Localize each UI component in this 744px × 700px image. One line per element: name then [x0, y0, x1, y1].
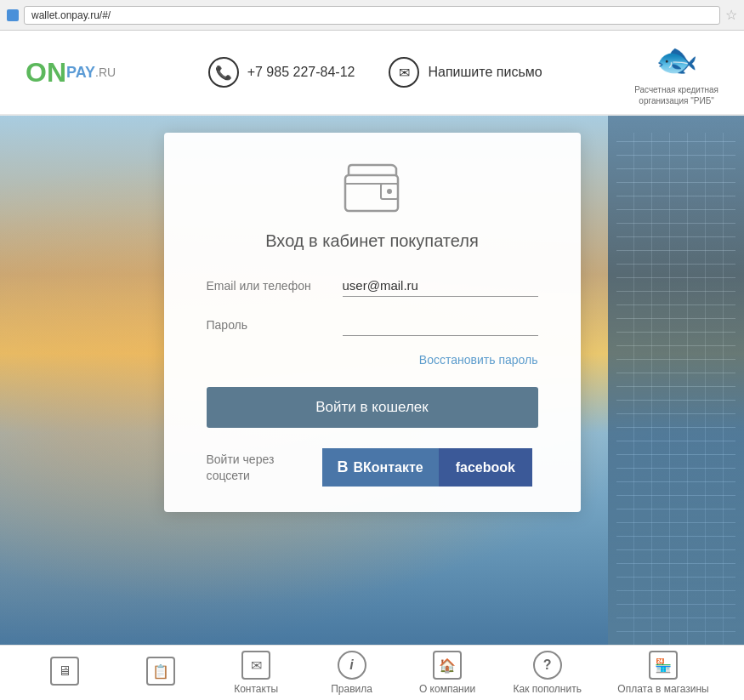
- rules-icon: i: [338, 651, 366, 680]
- social-buttons: В ВКонтакте facebook: [322, 448, 532, 487]
- footer-item-shops[interactable]: 🏪 Оплата в магазины: [617, 651, 708, 695]
- contacts-icon: ✉: [241, 651, 270, 680]
- password-row: Пароль: [207, 314, 538, 336]
- social-login-row: Войти через соцсети В ВКонтакте facebook: [207, 448, 538, 487]
- rib-logo: 🐟: [647, 38, 707, 81]
- wallet-icon: [207, 158, 538, 218]
- browser-favicon: [7, 9, 19, 21]
- logo-ru: .RU: [95, 65, 116, 79]
- terminal-icon: 🖥: [50, 657, 79, 686]
- email-row: Email или телефон: [207, 275, 538, 297]
- phone-icon: 📞: [208, 57, 239, 88]
- url-text: wallet.onpay.ru/#/: [31, 9, 111, 21]
- footer-item-topup[interactable]: ? Как пополнить: [513, 651, 581, 695]
- password-input-wrap: [343, 314, 538, 336]
- login-card: Вход в кабинет покупателя Email или теле…: [164, 133, 581, 512]
- company-icon: 🏠: [433, 651, 462, 680]
- logo[interactable]: ON PAY .RU: [26, 57, 116, 88]
- header-center: 📞 +7 985 227-84-12 ✉ Напишите письмо: [116, 57, 634, 88]
- password-input[interactable]: [343, 314, 538, 336]
- main-area: Вход в кабинет покупателя Email или теле…: [0, 116, 744, 645]
- shops-icon: 🏪: [649, 651, 678, 680]
- footer-item-terminal[interactable]: 🖥: [35, 657, 94, 689]
- logo-pay: PAY: [66, 64, 95, 82]
- email-label: Напишите письмо: [428, 65, 542, 80]
- footer-label-company: О компании: [419, 683, 475, 695]
- vk-icon: В: [338, 458, 349, 476]
- site-header: ON PAY .RU 📞 +7 985 227-84-12 ✉ Напишите…: [0, 31, 744, 116]
- vk-login-button[interactable]: В ВКонтакте: [322, 448, 439, 487]
- email-input[interactable]: [343, 275, 538, 297]
- rib-block: 🐟 Расчетная кредитная организация "РИБ": [634, 38, 718, 106]
- login-title: Вход в кабинет покупателя: [207, 231, 538, 251]
- site-footer: 🖥 📋 ✉ Контакты i Правила 🏠 О компании ? …: [0, 645, 744, 700]
- logo-on: ON: [26, 57, 66, 88]
- email-field-label: Email или телефон: [207, 279, 343, 293]
- background-building: [608, 116, 744, 645]
- footer-label-rules: Правила: [331, 683, 372, 695]
- topup-icon: ?: [533, 651, 562, 680]
- footer-label-topup: Как пополнить: [513, 683, 581, 695]
- login-button[interactable]: Войти в кошелек: [207, 387, 538, 428]
- rib-fish-icon: 🐟: [656, 40, 698, 80]
- footer-label-shops: Оплата в магазины: [617, 683, 708, 695]
- restore-password-row: Восстановить пароль: [207, 353, 538, 367]
- social-label: Войти через соцсети: [207, 452, 309, 482]
- password-field-label: Пароль: [207, 318, 343, 332]
- header-phone[interactable]: 📞 +7 985 227-84-12: [208, 57, 355, 88]
- email-input-wrap: [343, 275, 538, 297]
- bookmark-icon[interactable]: ☆: [725, 7, 737, 23]
- svg-point-2: [387, 189, 392, 194]
- rib-text: Расчетная кредитная организация "РИБ": [634, 84, 718, 106]
- browser-chrome: wallet.onpay.ru/#/ ☆: [0, 0, 744, 31]
- footer-item-company[interactable]: 🏠 О компании: [417, 651, 477, 695]
- docs-icon: 📋: [146, 657, 175, 686]
- restore-password-link[interactable]: Восстановить пароль: [419, 353, 538, 367]
- phone-number: +7 985 227-84-12: [247, 65, 355, 80]
- footer-item-contacts[interactable]: ✉ Контакты: [226, 651, 286, 695]
- browser-url-bar[interactable]: wallet.onpay.ru/#/: [24, 6, 720, 25]
- facebook-login-button[interactable]: facebook: [439, 448, 532, 487]
- footer-item-docs[interactable]: 📋: [131, 657, 190, 689]
- email-icon: ✉: [389, 57, 419, 88]
- header-email[interactable]: ✉ Напишите письмо: [389, 57, 542, 88]
- footer-item-rules[interactable]: i Правила: [322, 651, 382, 695]
- footer-label-contacts: Контакты: [234, 683, 278, 695]
